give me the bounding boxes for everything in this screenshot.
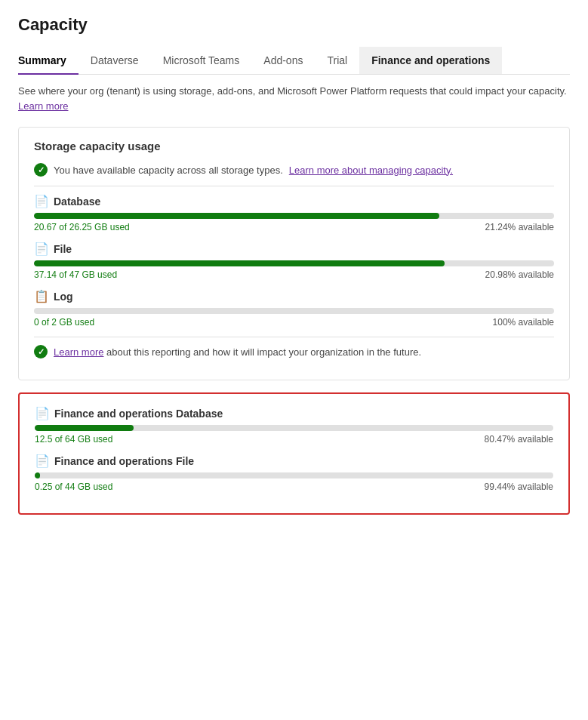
database-progress-fill <box>34 213 439 219</box>
fo-file-meta: 0.25 of 44 GB used 99.44% available <box>35 482 553 492</box>
log-meta: 0 of 2 GB used 100% available <box>34 317 554 328</box>
log-label-text: Log <box>54 291 73 303</box>
database-section: 📄 Database 20.67 of 26.25 GB used 21.24%… <box>34 194 554 232</box>
database-meta: 20.67 of 26.25 GB used 21.24% available <box>34 222 554 232</box>
log-available: 100% available <box>493 317 554 328</box>
tabs-container: Summary Dataverse Microsoft Teams Add-on… <box>18 47 570 75</box>
file-meta: 37.14 of 47 GB used 20.98% available <box>34 269 554 280</box>
fo-file-label: 📄 Finance and operations File <box>35 454 553 468</box>
tab-summary[interactable]: Summary <box>18 47 79 74</box>
log-used: 0 of 2 GB used <box>34 317 94 328</box>
database-available: 21.24% available <box>485 222 554 232</box>
fo-file-icon: 📄 <box>35 454 50 468</box>
file-progress-bar <box>34 260 554 266</box>
fo-file-used: 0.25 of 44 GB used <box>35 482 112 492</box>
storage-footer-row: Learn more about this reporting and how … <box>34 345 554 358</box>
fo-database-label: 📄 Finance and operations Database <box>35 406 553 420</box>
storage-status-message: You have available capacity across all s… <box>54 165 283 176</box>
footer-rest-text: about this reporting and how it will imp… <box>106 346 421 358</box>
fo-database-progress-bar <box>35 425 553 431</box>
file-section: 📄 File 37.14 of 47 GB used 20.98% availa… <box>34 242 554 280</box>
storage-card-title: Storage capacity usage <box>34 140 554 152</box>
database-label: 📄 Database <box>34 194 554 208</box>
file-label: 📄 File <box>34 242 554 256</box>
footer-learn-more-link[interactable]: Learn more <box>54 346 103 358</box>
database-label-text: Database <box>54 195 100 208</box>
fo-database-used: 12.5 of 64 GB used <box>35 434 112 445</box>
fo-file-progress-bar <box>35 472 553 478</box>
tab-finance-and-operations[interactable]: Finance and operations <box>359 47 502 74</box>
storage-capacity-card: Storage capacity usage You have availabl… <box>18 127 570 380</box>
footer-check-icon <box>34 345 48 358</box>
fo-database-available: 80.47% available <box>485 434 553 445</box>
fo-file-section: 📄 Finance and operations File 0.25 of 44… <box>35 454 553 492</box>
file-available: 20.98% available <box>485 269 554 280</box>
log-section: 📋 Log 0 of 2 GB used 100% available <box>34 289 554 328</box>
footer-text: Learn more about this reporting and how … <box>54 346 421 358</box>
log-label: 📋 Log <box>34 289 554 303</box>
managing-capacity-link[interactable]: Learn more about managing capacity. <box>289 165 453 176</box>
learn-more-link[interactable]: Learn more <box>18 100 68 112</box>
file-icon: 📄 <box>34 242 49 256</box>
fo-database-icon: 📄 <box>35 406 50 420</box>
divider-2 <box>34 337 554 337</box>
status-check-icon <box>34 163 48 177</box>
file-progress-fill <box>34 260 445 266</box>
database-progress-bar <box>34 213 554 219</box>
page-description: See where your org (tenant) is using sto… <box>18 84 570 113</box>
database-icon: 📄 <box>34 194 49 208</box>
tab-microsoft-teams[interactable]: Microsoft Teams <box>151 47 252 74</box>
database-used: 20.67 of 26.25 GB used <box>34 222 130 232</box>
tab-trial[interactable]: Trial <box>315 47 359 74</box>
file-used: 37.14 of 47 GB used <box>34 269 117 280</box>
finance-operations-card: 📄 Finance and operations Database 12.5 o… <box>18 392 570 515</box>
log-progress-bar <box>34 308 554 314</box>
tab-add-ons[interactable]: Add-ons <box>251 47 315 74</box>
tab-dataverse[interactable]: Dataverse <box>79 47 151 74</box>
fo-file-label-text: Finance and operations File <box>54 455 194 467</box>
fo-database-section: 📄 Finance and operations Database 12.5 o… <box>35 406 553 445</box>
page-title: Capacity <box>18 15 570 35</box>
file-label-text: File <box>54 243 72 255</box>
log-icon: 📋 <box>34 289 49 303</box>
fo-database-progress-fill <box>35 425 134 431</box>
storage-status-row: You have available capacity across all s… <box>34 163 554 177</box>
fo-database-label-text: Finance and operations Database <box>54 408 223 420</box>
fo-file-progress-fill <box>35 472 40 478</box>
fo-database-meta: 12.5 of 64 GB used 80.47% available <box>35 434 553 445</box>
fo-file-available: 99.44% available <box>485 482 553 492</box>
divider-1 <box>34 186 554 186</box>
